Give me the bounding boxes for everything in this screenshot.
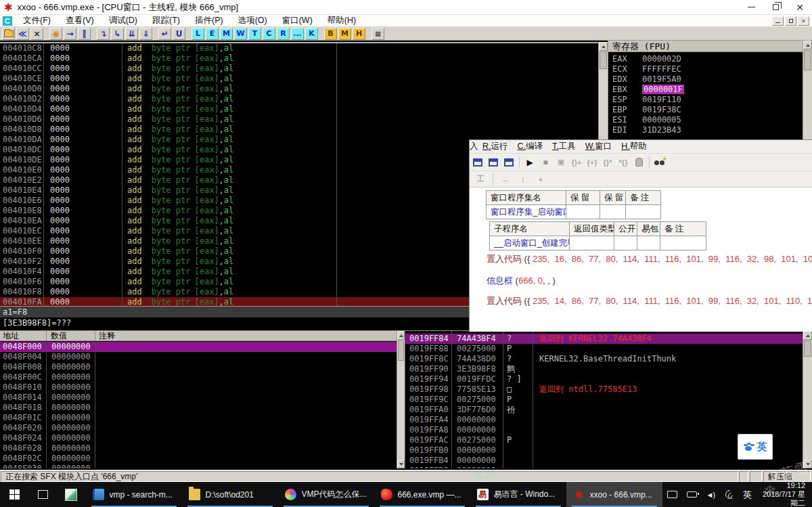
scroll-up-arrow[interactable]	[599, 42, 608, 51]
task-view-button[interactable]	[28, 482, 57, 507]
table-row[interactable]: 窗口程序集_启动窗口	[487, 205, 566, 219]
menu-item[interactable]: 跟踪(T)	[150, 15, 183, 26]
mdi-close-button[interactable]: ×	[798, 16, 809, 26]
view-letter-button[interactable]: E	[206, 28, 219, 40]
disasm-row[interactable]: 004010D0 0000 addbyte ptr[eax],al	[0, 84, 598, 94]
trace-over-button[interactable]: ⇓	[139, 28, 152, 40]
disasm-row[interactable]: 004010D4 0000 addbyte ptr[eax],al	[0, 104, 598, 114]
start-button[interactable]	[0, 482, 28, 507]
stack-row[interactable]: 0019FF84 74A438F4 ? 返回到 KERNEL32.74A438F…	[405, 334, 803, 344]
option-letter-button[interactable]: B	[324, 28, 337, 40]
execute-till-return-button[interactable]: ↵	[158, 28, 171, 40]
pinned-app-button[interactable]	[57, 482, 85, 507]
dump-row[interactable]: 0048F004 00000000	[0, 352, 397, 362]
find-icon[interactable]	[653, 156, 667, 169]
speaker-icon[interactable]: ◄)	[706, 491, 715, 499]
open-file-button[interactable]	[2, 28, 15, 40]
input-language-indicator[interactable]: 英	[743, 489, 752, 501]
scroll-down-arrow[interactable]	[803, 460, 812, 468]
register-row[interactable]: EBP0019F38C	[608, 105, 803, 115]
scrollbar-thumb[interactable]	[398, 340, 404, 361]
disasm-row[interactable]: 004010D8 0000 addbyte ptr[eax],al	[0, 125, 598, 135]
close-button[interactable]: ✕	[788, 0, 812, 15]
mdi-minimize-button[interactable]	[772, 16, 784, 26]
pause-button[interactable]: ‖	[78, 28, 91, 40]
close-program-button[interactable]: ×	[30, 28, 43, 40]
insert-var-icon[interactable]: {}*	[601, 156, 614, 169]
elang-menu-item[interactable]: W.窗口	[581, 141, 617, 152]
table-cell[interactable]	[660, 236, 706, 250]
dump-row[interactable]: 0048F008 00000000	[0, 362, 397, 372]
view-letter-button[interactable]: C	[263, 28, 275, 40]
menu-item[interactable]: 帮助(H)	[325, 15, 359, 26]
options-list-button[interactable]: ≡	[371, 28, 384, 40]
compile-icon[interactable]: ▣	[554, 156, 568, 169]
stack-row[interactable]: 0019FF88 00275000 P	[405, 344, 803, 354]
view-letter-button[interactable]: R	[277, 28, 290, 40]
taskbar-button[interactable]: vmp - search-m...	[86, 482, 182, 507]
dump-row[interactable]: 0048F028 00000000	[0, 443, 397, 454]
stack-row[interactable]: 0019FF8C 74A438D0 ? KERNEL32.BaseThreadI…	[405, 354, 803, 364]
monitor-tray-icon[interactable]	[667, 491, 677, 498]
elang-menu-item[interactable]: R.运行	[478, 141, 513, 152]
dump-row[interactable]: 0048F010 00000000	[0, 382, 397, 393]
elang-menu-fragment[interactable]: 入	[470, 141, 478, 152]
table-cell[interactable]	[614, 236, 637, 250]
menu-item[interactable]: 查看(V)	[63, 15, 97, 26]
stack-row[interactable]: 0019FFA0 3DF776D0 衯	[405, 405, 803, 415]
window-layout-icon[interactable]	[487, 156, 500, 169]
stop-icon[interactable]: ■	[539, 156, 552, 169]
dump-scrollbar[interactable]	[397, 331, 405, 468]
restore-button[interactable]	[763, 0, 788, 15]
table-cell[interactable]	[600, 205, 626, 219]
disasm-row[interactable]: 004010D2 0000 addbyte ptr[eax],al	[0, 94, 598, 104]
disasm-row[interactable]: 004010CA 0000 addbyte ptr[eax],al	[0, 53, 598, 64]
run-target-button[interactable]: ◉	[49, 28, 62, 40]
menu-item[interactable]: 选项(O)	[235, 15, 270, 26]
stack-row[interactable]: 0019FF94 0019FFDC ? ]	[405, 374, 803, 384]
menu-item[interactable]: 插件(P)	[192, 15, 226, 26]
insert-sub-icon[interactable]: {+}	[585, 156, 599, 169]
view-letter-button[interactable]: L	[191, 28, 204, 40]
new-window-icon[interactable]	[471, 156, 484, 169]
taskbar-button[interactable]: D:\soft\od201	[182, 482, 278, 507]
scroll-up-arrow[interactable]	[803, 331, 812, 340]
scrollbar-thumb[interactable]	[804, 50, 811, 70]
register-row[interactable]: ESP0019F110	[608, 95, 803, 105]
battery-tray-icon[interactable]	[687, 491, 697, 498]
view-letter-button[interactable]: T	[248, 28, 261, 40]
disasm-row[interactable]: 004010CC 0000 addbyte ptr[eax],al	[0, 64, 598, 74]
dump-row[interactable]: 0048F030 00000000	[0, 464, 397, 468]
elang-menu-item[interactable]: H.帮助	[616, 141, 652, 152]
table-cell[interactable]	[637, 236, 660, 250]
scrollbar-thumb[interactable]	[600, 51, 607, 69]
register-row[interactable]: EDI31D23B43	[608, 125, 803, 135]
minimize-button[interactable]	[739, 0, 763, 15]
register-row[interactable]: ECXFFFFFFEC	[608, 64, 803, 74]
trace-into-button[interactable]: ⇊	[125, 28, 138, 40]
run-icon[interactable]: ▶	[523, 156, 537, 169]
scroll-up-arrow[interactable]	[397, 331, 405, 340]
mdi-restore-button[interactable]	[785, 16, 796, 26]
dump-row[interactable]: 0048F018 00000000	[0, 403, 397, 413]
dump-row[interactable]: 0048F024 00000000	[0, 433, 397, 443]
align-vertical-icon[interactable]: ↕	[516, 173, 530, 186]
step-over-button[interactable]: ↳	[111, 28, 124, 40]
dump-row[interactable]: 0048F014 00000000	[0, 393, 397, 403]
view-letter-button[interactable]: W	[234, 28, 247, 40]
align-horizontal-icon[interactable]: ↔	[499, 173, 512, 186]
view-letter-button[interactable]: K	[305, 28, 318, 40]
register-row[interactable]: ESI00000005	[608, 115, 803, 125]
run-button[interactable]: →	[64, 28, 76, 40]
view-letter-button[interactable]: M	[220, 28, 233, 40]
menu-item[interactable]: 窗口(W)	[279, 15, 315, 26]
insert-code-icon[interactable]: {}+	[570, 156, 583, 169]
option-letter-button[interactable]: H	[353, 28, 365, 40]
table-cell[interactable]	[570, 236, 614, 250]
step-into-button[interactable]: ↴	[97, 28, 110, 40]
stack-scrollbar[interactable]	[803, 331, 812, 468]
elang-menu-item[interactable]: T.工具	[547, 141, 581, 152]
code-line[interactable]: 置入代码 ({ 235, 16, 86, 77, 80, 114, 111, 1…	[487, 253, 812, 265]
cascade-windows-icon[interactable]	[502, 156, 516, 169]
option-letter-button[interactable]: M	[338, 28, 351, 40]
